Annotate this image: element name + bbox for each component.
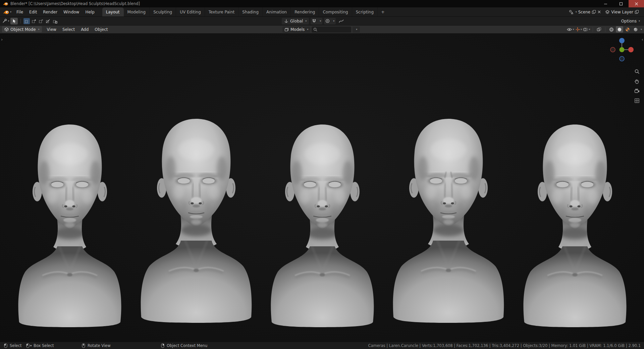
collection-name: Models [290,27,305,32]
scene-name: Scene [578,10,591,14]
active-tool-select-box-button[interactable] [10,18,18,24]
mouse-middle-icon [81,343,86,348]
status-hint-object-context-menu: Object Context Menu [160,342,207,349]
minimize-icon [604,2,607,6]
viewport-menu-select[interactable]: Select [59,26,78,33]
nav-gizmo-icon [608,36,635,63]
overlays-icon [583,28,588,32]
status-hint-label: Rotate View [88,343,111,348]
shading-wireframe-button[interactable] [608,26,615,33]
divider [593,27,593,32]
options-dropdown[interactable]: Options ▾ [621,19,644,23]
workspace-tabs: LayoutModelingSculptingUV EditingTexture… [102,7,378,16]
head-sculpt-3[interactable] [255,116,389,328]
shading-material-button[interactable] [624,26,631,33]
mode-value: Object Mode [10,27,36,32]
head-sculpt-5[interactable] [508,116,642,328]
mouse-right-icon [160,343,165,348]
new-view-layer-icon[interactable] [635,10,639,14]
select-mode-intersect-button[interactable] [52,18,58,24]
status-bar: SelectBox SelectRotate ViewObject Contex… [0,342,644,349]
minimize-button[interactable] [598,0,613,7]
new-scene-icon[interactable] [592,10,596,14]
window-controls [598,0,644,7]
head-sculpt-2[interactable] [129,112,263,323]
status-hint-label: Select [10,343,21,348]
blender-menu-button[interactable]: ▾ [0,9,13,15]
proportional-falloff-dropdown[interactable]: ▾ [331,19,336,22]
mode-selector[interactable]: Object Mode ▾ [2,26,42,33]
chevron-down-icon: ▾ [639,19,640,22]
maximize-button[interactable] [613,0,629,7]
search-input[interactable] [317,28,348,32]
workspace-tab-modeling[interactable]: Modeling [124,7,150,16]
snap-options-dropdown[interactable]: ▾ [318,19,322,22]
xray-toggle[interactable] [595,26,603,33]
head-sculpt-1[interactable] [3,116,137,328]
camera-view-button[interactable] [633,87,641,95]
menu-window[interactable]: Window [60,8,82,16]
chevron-down-icon: ▾ [581,28,582,31]
falloff-curve-button[interactable] [337,18,345,24]
chevron-down-icon: ▾ [10,10,11,13]
scene-icon [569,10,574,14]
viewport-search[interactable] [312,27,351,33]
menu-edit[interactable]: Edit [26,8,40,16]
viewport-menu-object[interactable]: Object [92,26,111,33]
snap-toggle-button[interactable] [311,19,318,23]
viewport-header-center: Models ▾ ▾ [282,27,360,33]
object-visibility-dropdown[interactable]: ▾ [567,26,574,33]
window-title: Blender* [C:\Users\James\Desktop\Head Sc… [10,1,140,6]
viewport-menu-add[interactable]: Add [78,26,92,33]
search-icon [313,28,317,32]
perspective-toggle-button[interactable] [633,97,641,104]
viewport-3d[interactable]: › ‹ [0,34,644,342]
shading-rendered-button[interactable] [632,26,639,33]
filter-dropdown[interactable]: ▾ [353,27,360,33]
sidebar-expand-arrow[interactable]: ‹ [642,37,643,42]
editor-type-icon [2,18,7,23]
view-layer-icon [605,10,610,14]
menu-file[interactable]: File [13,8,26,16]
select-mode-subtract-button[interactable] [38,18,44,24]
head-sculpt-4[interactable] [381,112,516,323]
workspace-tab-shading[interactable]: Shading [238,7,263,16]
workspace-tab-sculpting[interactable]: Sculpting [150,7,176,16]
proportional-editing-toggle[interactable] [324,19,331,23]
chevron-down-icon: ▾ [333,19,334,22]
editor-type-button[interactable]: ▾ [2,18,9,24]
toolbar-expand-arrow[interactable]: › [1,37,3,42]
shading-solid-button[interactable] [616,26,623,33]
pan-button[interactable] [633,78,641,85]
viewport-menu-view[interactable]: View [44,26,59,33]
select-mode-set-button[interactable] [23,18,30,24]
workspace-tab-animation[interactable]: Animation [263,7,291,16]
transform-orientation-dropdown[interactable]: Global ▾ [282,18,309,24]
view-layer-selector[interactable]: View Layer [603,9,641,15]
add-workspace-button[interactable]: + [378,9,388,14]
workspace-tab-layout[interactable]: Layout [102,7,124,16]
menu-help[interactable]: Help [82,8,97,16]
shading-options-dropdown[interactable]: ▾ [641,28,642,31]
visibility-eye-icon [567,28,572,32]
show-overlays-dropdown[interactable]: ▾ [583,26,590,33]
close-button[interactable] [629,0,644,7]
menu-render[interactable]: Render [40,8,60,16]
workspace-tab-uv-editing[interactable]: UV Editing [176,7,205,16]
select-mode-invert-button[interactable] [45,18,51,24]
unlink-scene-icon[interactable] [597,10,601,14]
workspace-tab-compositing[interactable]: Compositing [319,7,352,16]
show-gizmo-dropdown[interactable]: ▾ [575,26,582,33]
scene-selector[interactable]: ▾ Scene [567,9,603,15]
workspace-tab-rendering[interactable]: Rendering [291,7,319,16]
collection-selector[interactable]: Models ▾ [282,27,310,33]
workspace-tab-texture-paint[interactable]: Texture Paint [205,7,238,16]
select-mode-extend-button[interactable] [31,18,37,24]
grid-ortho-icon [634,98,640,103]
navigation-gizmo[interactable] [608,36,635,64]
viewport-menus: ViewSelectAddObject [44,26,111,33]
options-label: Options [621,19,637,23]
select-mode-set-icon [24,19,29,23]
zoom-button[interactable] [633,68,641,75]
workspace-tab-scripting[interactable]: Scripting [352,7,378,16]
